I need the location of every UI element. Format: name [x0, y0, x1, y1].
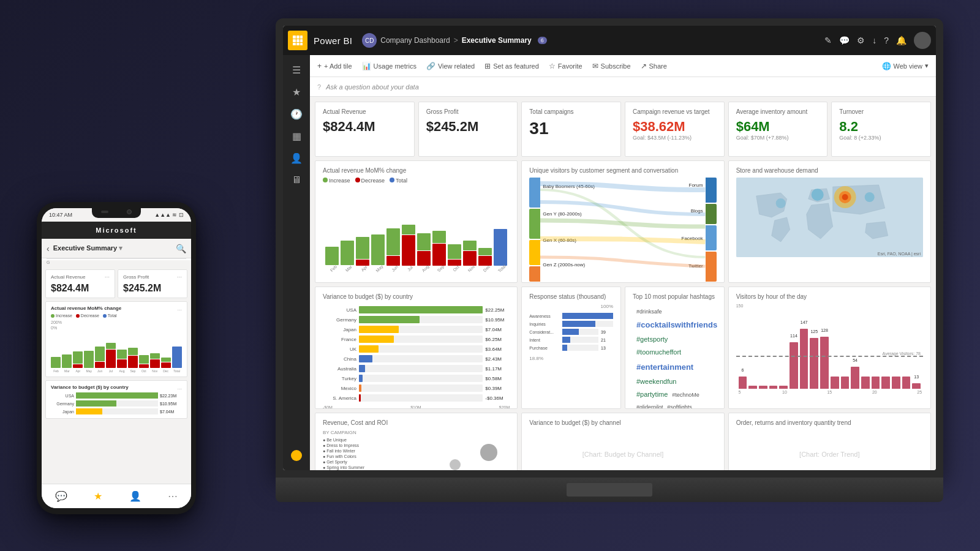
hashtag-cloud: #drinksafe #cocktailswithfriends #getspo…	[633, 304, 717, 409]
visitors-hour-chart: 150 6 114	[736, 304, 923, 394]
response-intent: Intent 21	[529, 337, 613, 343]
tile-visitors-hour: Visitors by hour of the day 150 6	[728, 287, 931, 409]
response-purchase: Purchase 13	[529, 345, 613, 351]
trackpad[interactable]	[567, 483, 652, 497]
sidebar-icon-favorites[interactable]: ★	[285, 82, 307, 102]
tile-store-demand: Store and warehouse demand	[728, 160, 931, 283]
phone-budget-usa: USA $22.23M	[51, 392, 182, 399]
svg-point-14	[864, 192, 874, 202]
world-map: Esri, FAO, NOAA | esri	[736, 178, 923, 257]
laptop: Power BI CD Company Dashboard > Executiv…	[276, 18, 949, 520]
phone-content: Actual Revenue ··· $824.4M Gross Profit …	[42, 266, 191, 484]
tile-budget-country: Variance to budget ($) by country USA $2…	[315, 287, 518, 409]
laptop-base	[276, 478, 943, 502]
tile-response-status: Response status (thousand) 100% Awarenes…	[521, 287, 621, 409]
svg-rect-4	[296, 39, 300, 42]
kpi-tile-total-campaigns: Total campaigns 31	[521, 102, 621, 157]
phone-kpi-row: Actual Revenue ··· $824.4M Gross Profit …	[45, 269, 187, 298]
settings-icon[interactable]: ⚙	[857, 36, 865, 45]
web-view-btn[interactable]: 🌐 Web view ▾	[882, 62, 929, 70]
phone-kpi-profit: Gross Profit ··· $245.2M	[118, 269, 187, 298]
tile-budget-channel: Variance to budget ($) by channel [Chart…	[521, 413, 724, 470]
help-icon[interactable]: ?	[884, 36, 889, 45]
budget-row-mexico: Mexico $0.39M	[323, 384, 510, 392]
tile-visitors-segment: Unique visitors by customer segment and …	[521, 160, 724, 283]
kpi-tile-gross-profit: Gross Profit $245.2M	[418, 102, 518, 157]
sidebar-icon-current[interactable]	[285, 446, 307, 465]
response-inquiries: Inquiries	[529, 321, 613, 327]
view-related-btn[interactable]: 🔗 View related	[426, 62, 475, 70]
phone-notch	[92, 208, 141, 218]
phone-search-button[interactable]: 🔍	[176, 244, 186, 253]
phone-mom-legend: Increase Decrease Total	[51, 313, 182, 318]
scene: Power BI CD Company Dashboard > Executiv…	[0, 0, 980, 551]
svg-rect-2	[300, 36, 303, 39]
tile-hashtags: Top 10 most popular hashtags #drinksafe …	[625, 287, 725, 409]
set-featured-btn[interactable]: ⊞ Set as featured	[484, 62, 539, 70]
svg-rect-1	[296, 36, 300, 39]
topnav-icons: ✎ 💬 ⚙ ↓ ? 🔔	[824, 32, 931, 49]
notification-icon[interactable]: 🔔	[896, 36, 907, 45]
edit-icon[interactable]: ✎	[824, 36, 832, 45]
sidebar-icon-recent[interactable]: 🕐	[285, 104, 307, 124]
budget-row-japan: Japan $7.04M	[323, 326, 510, 333]
svg-rect-8	[300, 43, 303, 45]
share-btn[interactable]: ↗ Share	[641, 62, 667, 70]
phone-more-icon[interactable]: ⋯	[168, 490, 178, 502]
sidebar-icon-menu[interactable]: ☰	[285, 60, 307, 80]
phone-budget-germany: Germany $10.95M	[51, 400, 182, 407]
usage-metrics-btn[interactable]: 📊 Usage metrics	[362, 62, 417, 70]
breadcrumb-workspace[interactable]: Company Dashboard	[380, 36, 450, 45]
dashboard-grid: Actual Revenue $824.4M Gross Profit $245…	[310, 97, 936, 470]
breadcrumb-page[interactable]: Executive Summary	[462, 36, 532, 45]
subscribe-btn[interactable]: ✉ Subscribe	[592, 62, 631, 70]
budget-row-australia: Australia $1.17M	[323, 365, 510, 372]
phone: 10:47 AM ▲▲▲ ≋ ⊡ Microsoft ‹ Executive S…	[37, 202, 196, 514]
tile-order-trend: Order, returns and inventory quantity tr…	[728, 413, 931, 470]
phone-back-button[interactable]: ‹	[47, 244, 50, 253]
download-icon[interactable]: ↓	[872, 36, 876, 45]
budget-row-turkey: Turkey $0.58M	[323, 375, 510, 382]
phone-people-icon[interactable]: 👤	[129, 490, 141, 502]
qa-input[interactable]: Ask a question about your data	[326, 83, 419, 91]
action-toolbar: + + Add tile 📊 Usage metrics 🔗 View rela	[310, 55, 936, 77]
pbi-app: Power BI CD Company Dashboard > Executiv…	[283, 26, 936, 470]
budget-country-bars: USA $22.25M Germany $10.95M	[323, 304, 510, 404]
budget-row-usa: USA $22.25M	[323, 306, 510, 313]
phone-bottom-nav: 💬 ★ 👤 ⋯	[42, 484, 191, 508]
add-tile-btn[interactable]: + + Add tile	[317, 62, 352, 70]
main-area: ☰ ★ 🕐 ▦ 👤 🖥	[283, 55, 936, 470]
phone-chat-icon[interactable]: 💬	[55, 490, 67, 502]
laptop-screen: Power BI CD Company Dashboard > Executiv…	[283, 26, 936, 470]
phone-page-title: Executive Summary ▾	[53, 244, 172, 252]
phone-subheader: ‹ Executive Summary ▾ 🔍	[42, 239, 191, 258]
breadcrumb: CD Company Dashboard > Executive Summary…	[362, 33, 824, 48]
mom-legend: Increase Decrease Total	[323, 178, 510, 184]
mom-bars-chart	[323, 186, 510, 266]
svg-rect-3	[293, 39, 296, 42]
svg-point-12	[842, 194, 848, 200]
tile-mom-change: Actual revenue MoM% change Increase Decr…	[315, 160, 518, 283]
phone-kpi-revenue: Actual Revenue ··· $824.4M	[45, 269, 115, 298]
user-avatar[interactable]	[914, 32, 931, 49]
sidebar-icon-apps[interactable]: ▦	[285, 126, 307, 146]
mom-x-labels: FebMarApr MayJunJul AugSepOct NovDecTota…	[323, 267, 510, 271]
sidebar-icon-workspace[interactable]: 🖥	[285, 170, 307, 190]
svg-point-9	[291, 450, 302, 461]
favorite-btn[interactable]: ☆ Favorite	[549, 62, 582, 70]
roi-scatter: ● Be Unique ● Dress to Impress ● Fall in…	[323, 438, 510, 470]
phone-body: 10:47 AM ▲▲▲ ≋ ⊡ Microsoft ‹ Executive S…	[37, 202, 196, 514]
phone-mini-bars	[51, 331, 182, 368]
phone-screen: 10:47 AM ▲▲▲ ≋ ⊡ Microsoft ‹ Executive S…	[42, 208, 191, 508]
phone-budget-japan: Japan $7.04M	[51, 408, 182, 414]
sidebar-icon-shared[interactable]: 👤	[285, 148, 307, 168]
budget-row-germany: Germany $10.95M	[323, 316, 510, 323]
comment-icon[interactable]: 💬	[839, 36, 850, 45]
workspace-avatar: CD	[362, 33, 377, 48]
topnav: Power BI CD Company Dashboard > Executiv…	[283, 26, 936, 55]
apps-icon[interactable]	[288, 31, 307, 50]
svg-rect-7	[296, 43, 300, 45]
budget-row-china: China $2.43M	[323, 355, 510, 362]
response-bars: Awareness Inquiries Consid	[529, 310, 613, 353]
phone-favorites-icon[interactable]: ★	[94, 490, 102, 502]
